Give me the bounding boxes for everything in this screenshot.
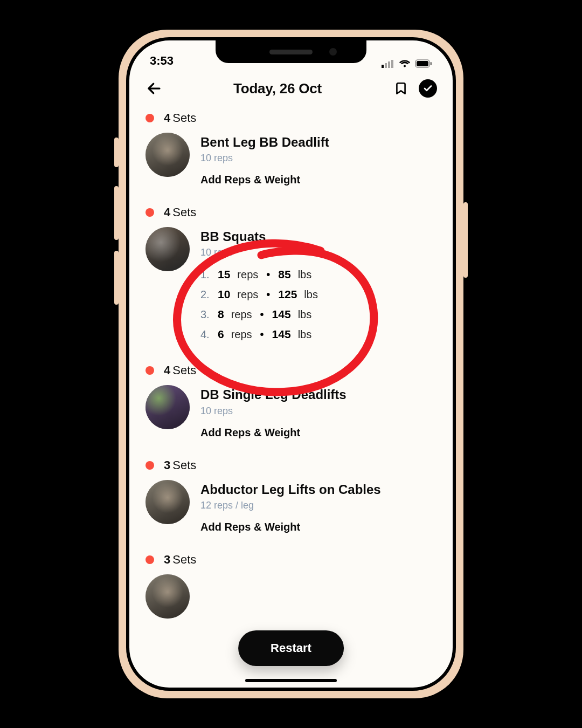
exercise-item: 4Sets BB Squats 10 reps 1.15reps•85lbs 2… bbox=[143, 202, 439, 360]
exercise-thumbnail[interactable] bbox=[146, 227, 190, 271]
exercise-subtext: 10 reps bbox=[200, 406, 439, 417]
status-icons bbox=[382, 59, 432, 68]
logged-set-row: 3.8reps•145lbs bbox=[200, 305, 439, 325]
header: Today, 26 Oct bbox=[129, 70, 453, 108]
exercise-thumbnail[interactable] bbox=[146, 480, 190, 524]
exercise-item: 4Sets Bent Leg BB Deadlift 10 reps Add R… bbox=[143, 108, 439, 202]
exercise-name: Abductor Leg Lifts on Cables bbox=[200, 481, 439, 498]
exercise-row[interactable]: BB Squats 10 reps 1.15reps•85lbs 2.10rep… bbox=[143, 227, 439, 344]
svg-rect-6 bbox=[431, 62, 432, 65]
svg-rect-0 bbox=[382, 65, 384, 68]
exercise-row[interactable]: DB Single Leg Deadlifts 10 reps Add Reps… bbox=[143, 385, 439, 438]
signal-icon bbox=[382, 59, 394, 68]
restart-button[interactable]: Restart bbox=[238, 630, 344, 666]
exercise-thumbnail[interactable] bbox=[146, 133, 190, 177]
workout-list[interactable]: 4Sets Bent Leg BB Deadlift 10 reps Add R… bbox=[129, 108, 453, 679]
exercise-item: 3Sets Abductor Leg Lifts on Cables 12 re… bbox=[143, 455, 439, 550]
logged-set-row: 2.10reps•125lbs bbox=[200, 285, 439, 305]
exercise-row[interactable]: Abductor Leg Lifts on Cables 12 reps / l… bbox=[143, 480, 439, 533]
back-arrow-icon bbox=[146, 80, 162, 97]
logged-set-row: 4.6reps•145lbs bbox=[200, 325, 439, 345]
exercise-item: 4Sets DB Single Leg Deadlifts 10 reps Ad… bbox=[143, 360, 439, 455]
timeline-dot bbox=[146, 366, 154, 375]
check-icon bbox=[423, 84, 433, 93]
exercise-subtext: 12 reps / leg bbox=[200, 500, 439, 511]
svg-rect-5 bbox=[417, 61, 428, 66]
screen: 3:53 Today, 26 Oct bbox=[129, 40, 453, 688]
wifi-icon bbox=[399, 59, 411, 68]
exercise-name: DB Single Leg Deadlifts bbox=[200, 386, 439, 403]
logged-sets: 1.15reps•85lbs 2.10reps•125lbs 3.8reps•1… bbox=[200, 265, 439, 344]
exercise-subtext: 10 reps bbox=[200, 247, 439, 258]
add-reps-weight-button[interactable]: Add Reps & Weight bbox=[200, 427, 439, 439]
timeline-dot bbox=[146, 461, 154, 470]
exercise-item: 3Sets bbox=[143, 550, 439, 635]
add-reps-weight-button[interactable]: Add Reps & Weight bbox=[200, 521, 439, 533]
svg-rect-1 bbox=[385, 63, 387, 68]
svg-rect-3 bbox=[391, 60, 393, 68]
back-button[interactable] bbox=[143, 78, 165, 99]
battery-icon bbox=[415, 59, 432, 68]
page-title: Today, 26 Oct bbox=[170, 80, 385, 97]
bookmark-icon bbox=[394, 81, 408, 95]
exercise-row[interactable]: Bent Leg BB Deadlift 10 reps Add Reps & … bbox=[143, 133, 439, 186]
exercise-thumbnail[interactable] bbox=[146, 385, 190, 429]
logged-set-row: 1.15reps•85lbs bbox=[200, 265, 439, 285]
timeline-dot bbox=[146, 114, 154, 122]
sets-label: 4Sets bbox=[164, 363, 196, 377]
svg-rect-2 bbox=[388, 61, 390, 68]
exercise-subtext: 10 reps bbox=[200, 153, 439, 164]
sets-label: 3Sets bbox=[164, 553, 196, 567]
add-reps-weight-button[interactable]: Add Reps & Weight bbox=[200, 174, 439, 186]
notch bbox=[216, 40, 366, 63]
sets-label: 4Sets bbox=[164, 111, 196, 125]
exercise-name: BB Squats bbox=[200, 228, 439, 245]
home-indicator[interactable] bbox=[245, 679, 337, 682]
exercise-thumbnail[interactable] bbox=[146, 574, 190, 619]
done-button[interactable] bbox=[417, 78, 439, 99]
exercise-row[interactable] bbox=[143, 574, 439, 619]
sets-label: 4Sets bbox=[164, 205, 196, 219]
status-time: 3:53 bbox=[150, 54, 174, 68]
exercise-name: Bent Leg BB Deadlift bbox=[200, 134, 439, 150]
bookmark-button[interactable] bbox=[390, 78, 412, 99]
timeline-dot bbox=[146, 208, 154, 217]
timeline-dot bbox=[146, 555, 154, 564]
phone-frame: 3:53 Today, 26 Oct bbox=[119, 30, 463, 698]
sets-label: 3Sets bbox=[164, 458, 196, 472]
